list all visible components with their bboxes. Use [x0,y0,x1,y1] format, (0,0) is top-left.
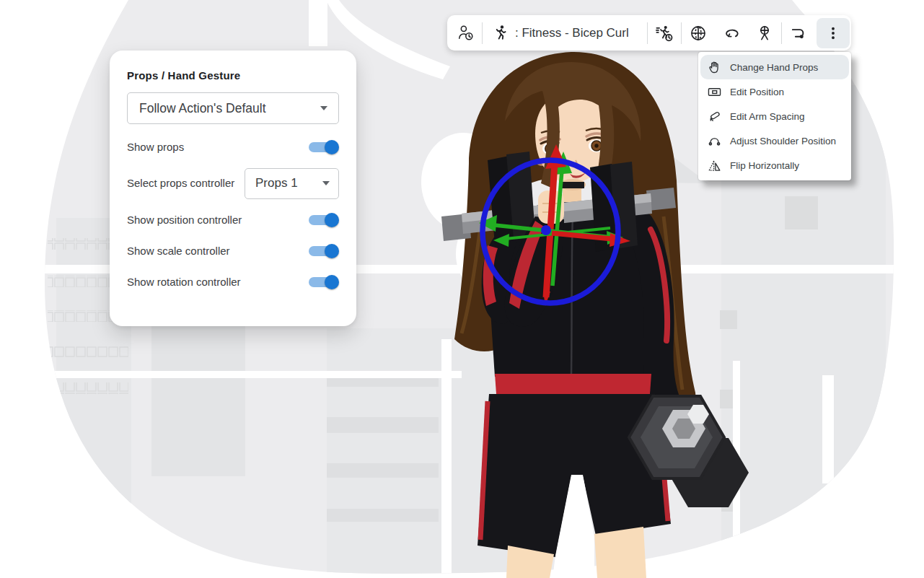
select-controller-label: Select props controller [127,175,235,191]
edit-position-icon [707,84,722,100]
menu-item-label: Edit Arm Spacing [730,111,805,122]
gizmo-center-handle[interactable] [541,225,551,235]
more-options-button[interactable] [817,18,850,48]
show-rotation-row: Show rotation controller [127,270,339,294]
menu-item-label: Flip Horizontally [730,160,799,171]
menu-item-change-hand-props[interactable]: Change Hand Props [700,55,849,79]
arm-spacing-icon [707,109,722,124]
select-controller-row: Select props controller Props 1 [127,165,339,201]
action-speed-button[interactable] [648,15,681,51]
character-select-button[interactable] [449,15,482,51]
action-speed-icon [655,24,674,43]
more-options-icon [825,25,841,41]
top-toolbar: : Fitness - Bicep Curl [447,15,851,51]
world-view-button[interactable] [682,15,715,51]
show-props-label: Show props [127,139,184,155]
character-select-icon [457,24,475,42]
show-position-label: Show position controller [127,212,242,228]
flip-horizontal-icon [707,158,722,173]
show-position-controller-toggle[interactable] [309,212,339,228]
leg [594,527,646,578]
shoulder-position-icon [707,133,722,149]
props-panel: Props / Hand Gesture Follow Action's Def… [110,51,356,326]
focus-character-icon [755,24,774,43]
app-window: Props / Hand Gesture Follow Action's Def… [0,0,924,578]
current-action-button[interactable]: : Fitness - Bicep Curl [483,15,647,51]
rotate-view-button[interactable] [715,15,748,51]
menu-item-label: Change Hand Props [730,62,818,73]
chevron-down-icon [320,106,327,110]
menu-item-label: Edit Position [730,87,784,97]
show-rotation-controller-toggle[interactable] [309,274,339,290]
panel-title: Props / Hand Gesture [127,69,339,82]
props-controller-value: Props 1 [255,176,298,191]
show-scale-row: Show scale controller [127,239,339,263]
props-controller-select[interactable]: Props 1 [245,168,339,199]
menu-item-edit-position[interactable]: Edit Position [700,79,849,104]
focus-character-button[interactable] [748,15,781,51]
globe-icon [689,24,708,43]
jacket-hem [495,374,651,394]
menu-item-label: Adjust Shoulder Position [730,136,836,146]
current-action-label: : Fitness - Bicep Curl [515,26,629,40]
show-props-toggle[interactable] [309,139,339,155]
gesture-select-value: Follow Action's Default [139,101,266,116]
menu-item-edit-arm-spacing[interactable]: Edit Arm Spacing [700,104,849,128]
runner-icon [491,24,509,42]
show-rotation-label: Show rotation controller [127,274,241,290]
hand-props-context-menu: Change Hand Props Edit Position Edit Arm… [698,52,851,180]
hand-icon [707,60,722,75]
gesture-select[interactable]: Follow Action's Default [127,92,339,124]
show-scale-controller-toggle[interactable] [309,243,339,259]
chevron-down-icon [322,181,330,185]
building-shape [151,326,245,476]
choker [561,182,584,188]
show-scale-label: Show scale controller [127,243,230,259]
show-props-row: Show props [127,136,339,158]
menu-item-flip-horizontally[interactable]: Flip Horizontally [700,153,849,178]
motion-path-icon [789,24,808,43]
rotate-view-icon [722,23,742,43]
menu-item-adjust-shoulder-position[interactable]: Adjust Shoulder Position [700,128,849,153]
motion-path-button[interactable] [782,15,815,51]
show-position-row: Show position controller [127,208,339,232]
